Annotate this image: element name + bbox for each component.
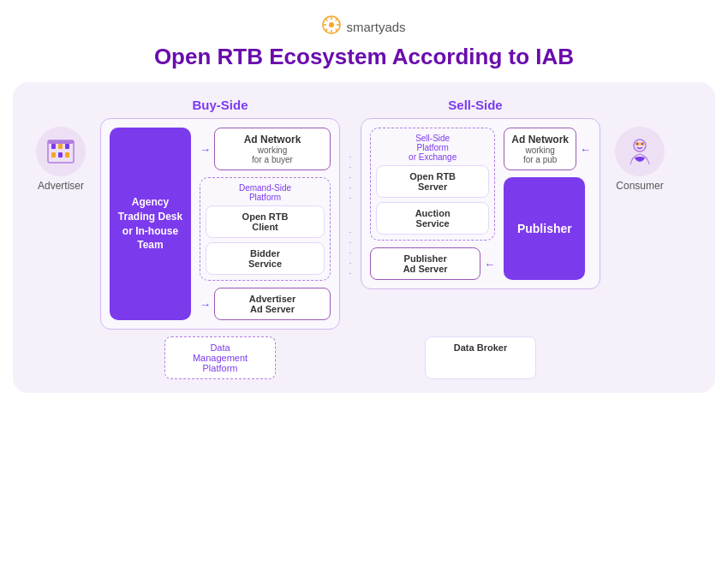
arrow-to-adserver: → — [200, 298, 211, 311]
svg-rect-15 — [58, 152, 63, 158]
svg-line-9 — [326, 29, 328, 31]
svg-line-8 — [336, 19, 337, 21]
sell-ad-network-box: Ad Network working for a pub — [504, 128, 576, 170]
bottom-boxes: Data Management Platform Data Broker — [27, 336, 701, 379]
arrow-to-adnetwork: → — [200, 143, 211, 156]
sell-bottom-box: Data Broker — [361, 336, 600, 379]
advertiser-ad-server-text: Advertiser Ad Server — [249, 294, 295, 314]
dotted-line-bottom: · · · · · — [349, 228, 352, 277]
buy-side-label: Buy-Side — [100, 98, 340, 113]
buy-side-box: Agency Trading Desk or In-house Team → A… — [100, 118, 340, 330]
dsp-container: Demand-Side Platform Open RTB Client Bid… — [200, 177, 331, 281]
svg-rect-16 — [65, 152, 69, 158]
svg-point-18 — [634, 140, 646, 152]
sell-middle-column: Sell-Side Platform or Exchange Open RTB … — [370, 128, 495, 280]
buy-label-text: Buy-Side — [192, 98, 248, 112]
open-rtb-server-text: Open RTB Server — [409, 171, 456, 192]
agency-text: Agency Trading Desk or In-house Team — [118, 195, 182, 253]
data-broker-text: Data Broker — [454, 342, 507, 353]
ssp-container: Sell-Side Platform or Exchange Open RTB … — [370, 128, 495, 241]
section-labels: Buy-Side Sell-Side — [27, 98, 701, 113]
publisher-text: Publisher — [517, 222, 572, 235]
logo-area: smartyads — [322, 15, 405, 39]
diagram-body: Advertiser Agency Trading Desk or In-hou… — [27, 118, 701, 330]
sell-ad-network-sub: working for a pub — [511, 146, 569, 164]
auction-service-text: Auction Service — [415, 208, 451, 229]
publisher-ad-server-row: Publisher Ad Server ← — [370, 247, 495, 280]
auction-service-box: Auction Service — [376, 202, 489, 235]
advertiser-label: Advertiser — [38, 180, 84, 192]
page-title: Open RTB Ecosystem According to IAB — [154, 44, 574, 70]
arrow-to-publisher: ← — [580, 143, 591, 156]
advertiser-ad-server-row: → Advertiser Ad Server — [200, 288, 331, 320]
svg-rect-12 — [58, 144, 63, 149]
sell-label-text: Sell-Side — [448, 98, 502, 112]
publisher-block: Publisher — [504, 177, 585, 280]
sell-ad-network-row: Ad Network working for a pub ← — [504, 128, 591, 170]
advertiser-ad-server-box: Advertiser Ad Server — [214, 288, 331, 320]
sell-side-label: Sell-Side — [355, 98, 595, 113]
open-rtb-client-box: Open RTB Client — [206, 205, 325, 238]
dmp-box: Data Management Platform — [164, 336, 276, 379]
svg-rect-14 — [51, 152, 56, 158]
buy-ad-network-box: Ad Network working for a buyer — [214, 128, 331, 170]
sell-side-box: Sell-Side Platform or Exchange Open RTB … — [361, 118, 600, 289]
advertiser-icon-circle — [36, 127, 86, 176]
advertiser-column: Advertiser — [27, 118, 95, 192]
buy-middle-column: → Ad Network working for a buyer Demand-… — [200, 128, 331, 320]
dotted-line-top: · · · · · — [349, 152, 352, 202]
logo-icon — [322, 15, 341, 39]
buy-ad-network-row: → Ad Network working for a buyer — [200, 128, 331, 170]
ssp-label: Sell-Side Platform or Exchange — [376, 134, 489, 162]
sell-right-column: Ad Network working for a pub ← Publisher — [504, 128, 591, 280]
middle-connector: · · · · · · · · · · — [345, 118, 355, 277]
svg-rect-11 — [51, 144, 56, 149]
consumer-label: Consumer — [616, 180, 663, 192]
logo-text: smartyads — [346, 20, 405, 34]
svg-point-1 — [329, 22, 334, 27]
agency-block: Agency Trading Desk or In-house Team — [110, 128, 191, 320]
diagram-container: Buy-Side Sell-Side — [13, 82, 715, 393]
sell-ad-network-title: Ad Network — [511, 134, 569, 146]
svg-rect-13 — [65, 144, 69, 149]
bidder-service-box: Bidder Service — [206, 242, 325, 275]
buy-ad-network-sub: working for a buyer — [222, 146, 323, 164]
svg-line-7 — [336, 29, 337, 31]
svg-line-6 — [326, 19, 328, 21]
arrow-from-pub-adserver: ← — [484, 258, 495, 271]
open-rtb-server-box: Open RTB Server — [376, 165, 489, 198]
bidder-service-text: Bidder Service — [248, 248, 282, 269]
publisher-ad-server-text: Publisher Ad Server — [403, 253, 448, 274]
consumer-icon-circle — [615, 127, 665, 176]
dsp-label: Demand-Side Platform — [206, 183, 325, 202]
page: smartyads Open RTB Ecosystem According t… — [0, 0, 728, 565]
publisher-ad-server-box: Publisher Ad Server — [370, 247, 480, 280]
open-rtb-client-text: Open RTB Client — [242, 211, 289, 232]
buy-bottom-box: Data Management Platform — [100, 336, 340, 379]
buy-ad-network-title: Ad Network — [222, 134, 323, 146]
consumer-column: Consumer — [606, 118, 674, 192]
data-broker-box: Data Broker — [425, 336, 536, 379]
svg-rect-17 — [48, 140, 74, 144]
dmp-text: Data Management Platform — [193, 342, 248, 373]
